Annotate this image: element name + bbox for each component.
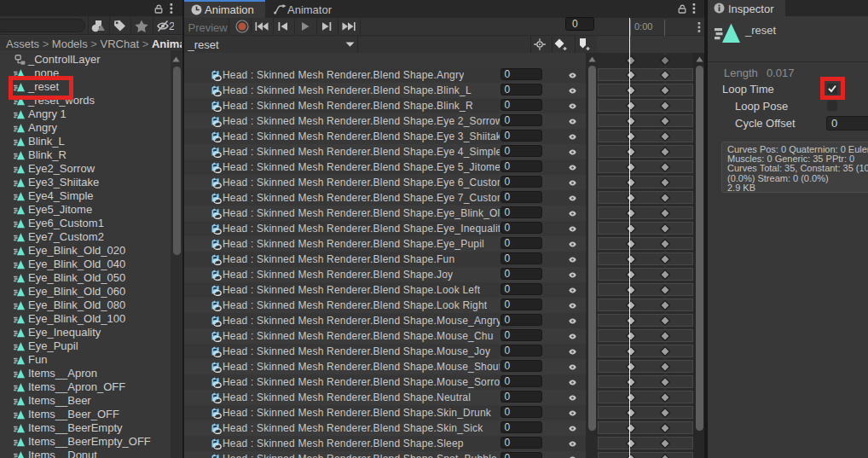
- svg-text:2: 2: [169, 20, 174, 32]
